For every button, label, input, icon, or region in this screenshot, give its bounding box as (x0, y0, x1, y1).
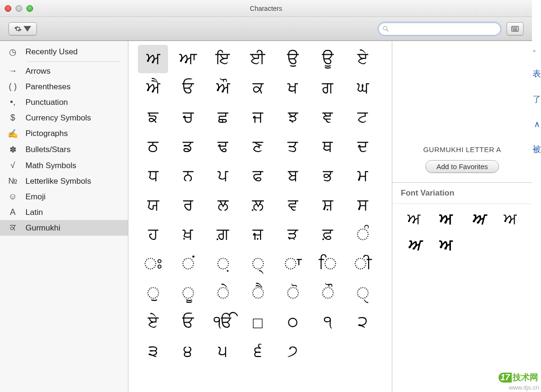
character-cell[interactable]: ਙ (138, 103, 168, 132)
character-cell[interactable]: ੭ (278, 338, 308, 366)
character-cell[interactable]: ਸ (347, 191, 378, 220)
character-cell[interactable]: ੦ (278, 308, 308, 337)
sidebar-item-bullets-stars[interactable]: ✽Bullets/Stars (0, 142, 128, 158)
character-cell[interactable]: ਭ (313, 162, 343, 190)
search-field[interactable] (378, 22, 501, 35)
character-cell[interactable]: ਓ (173, 308, 203, 337)
sidebar-item-gurmukhi[interactable]: ਕGurmukhi (0, 220, 128, 236)
character-cell[interactable]: ਗ਼ (208, 221, 238, 249)
search-input[interactable] (392, 25, 497, 32)
character-cell[interactable]: ਜ਼ (243, 221, 273, 249)
character-cell[interactable]: ਝ (278, 103, 308, 132)
character-cell[interactable]: ੫ (208, 338, 238, 366)
character-cell[interactable]: ਗ (313, 74, 343, 102)
character-cell[interactable]: ਉ (278, 45, 308, 73)
sidebar-item-latin[interactable]: ALatin (0, 205, 128, 220)
character-cell[interactable]: ਰ (173, 191, 203, 220)
character-cell[interactable]: ਚ (173, 103, 203, 132)
character-cell[interactable]: ਕ (243, 74, 273, 102)
character-cell[interactable]: ਹ (138, 221, 168, 249)
character-cell[interactable]: ਵ (278, 191, 308, 220)
character-cell[interactable]: ੇ (208, 279, 238, 307)
character-cell[interactable]: ੀ (347, 250, 378, 278)
character-cell[interactable]: ਿ (313, 250, 343, 278)
character-cell[interactable]: ਇ (208, 45, 238, 73)
action-menu-button[interactable] (8, 22, 37, 35)
svg-rect-10 (516, 28, 517, 29)
character-cell[interactable]: ਠ (138, 133, 168, 161)
character-cell[interactable]: ੈ (243, 279, 273, 307)
character-cell[interactable]: ਔ (208, 74, 238, 102)
character-cell[interactable]: ੑ (347, 279, 378, 307)
character-cell[interactable]: ੋ (278, 279, 308, 307)
character-cell[interactable]: ੌ (313, 279, 343, 307)
character-cell[interactable]: ਸ਼ (313, 191, 343, 220)
character-cell[interactable]: ਘ (347, 74, 378, 102)
sidebar-item-arrows[interactable]: →Arrows (0, 63, 128, 79)
sidebar-item-letterlike-symbols[interactable]: №Letterlike Symbols (0, 173, 128, 189)
sidebar-item-math-symbols[interactable]: √Math Symbols (0, 158, 128, 173)
character-cell[interactable]: ਫ਼ (313, 221, 343, 249)
character-cell[interactable]: ਤ (278, 133, 308, 161)
character-cell[interactable]: ਧ (138, 162, 168, 190)
character-cell[interactable]: ੰ (347, 221, 378, 249)
character-cell[interactable]: ਆ (173, 45, 203, 73)
character-cell[interactable]: ੧ (313, 308, 343, 337)
font-variation-cell[interactable]: ਅ (401, 237, 427, 254)
character-cell[interactable]: ੂ (173, 279, 203, 307)
sidebar-item-parentheses[interactable]: ( )Parentheses (0, 79, 128, 94)
character-cell[interactable]: ਖ (278, 74, 308, 102)
character-cell[interactable]: ਜ (243, 103, 273, 132)
character-cell[interactable]: ਞ (313, 103, 343, 132)
character-cell[interactable]: ਏ (138, 308, 168, 337)
character-cell[interactable]: ਏ (347, 45, 378, 73)
character-cell[interactable]: ਓ (173, 74, 203, 102)
font-variation-cell[interactable]: ਅ (465, 211, 491, 228)
font-variation-cell[interactable]: ਅ (497, 211, 524, 228)
character-cell[interactable]: ੩ (138, 338, 168, 366)
character-cell[interactable]: ਅ (138, 45, 168, 73)
character-cell[interactable]: ਈ (243, 45, 273, 73)
character-cell[interactable]: ਼ (208, 250, 238, 278)
character-cell[interactable]: ਢ (208, 133, 238, 161)
sidebar-item-punctuation[interactable]: •,Punctuation (0, 94, 128, 110)
character-cell[interactable]: ਮ (347, 162, 378, 190)
character-cell[interactable]: ੁ (138, 279, 168, 307)
character-viewer-toggle-button[interactable] (507, 22, 524, 35)
font-variation-cell[interactable]: ਅ (433, 211, 459, 228)
character-cell[interactable]: ਐ (138, 74, 168, 102)
character-cell[interactable]: ਯ (138, 191, 168, 220)
character-cell[interactable]: ਃ (138, 250, 168, 278)
character-cell[interactable]: ੪ (173, 338, 203, 366)
character-cell[interactable]: ਪ (208, 162, 238, 190)
character-cell[interactable]: ਬ (278, 162, 308, 190)
sidebar-item-label: Math Symbols (25, 161, 76, 170)
character-cell[interactable]: ਖ਼ (173, 221, 203, 249)
character-cell[interactable]: ਂ (173, 250, 203, 278)
character-cell[interactable]: ਣ (243, 133, 273, 161)
character-cell[interactable]: ਲ਼ (243, 191, 273, 220)
sidebar-item-pictographs[interactable]: ✍Pictographs (0, 126, 128, 142)
font-variation-cell[interactable]: ਅ (433, 237, 459, 254)
character-cell[interactable]: ਦ (347, 133, 378, 161)
character-cell[interactable]: ਫ (243, 162, 273, 190)
character-cell[interactable]: □ (243, 308, 273, 337)
sidebar-item-emoji[interactable]: ☺Emoji (0, 189, 128, 205)
font-variation-cell[interactable]: ਅ (401, 211, 427, 228)
character-cell[interactable]: ਲ (208, 191, 238, 220)
character-cell[interactable]: ਾ (278, 250, 308, 278)
character-cell[interactable]: ੴ (208, 308, 238, 337)
character-cell[interactable]: ੬ (243, 338, 273, 366)
sidebar-item-recently-used[interactable]: ◷Recently Used (0, 44, 128, 60)
sidebar-item-currency-symbols[interactable]: $Currency Symbols (0, 110, 128, 126)
character-cell[interactable]: ੨ (347, 308, 378, 337)
character-cell[interactable]: ਟ (347, 103, 378, 132)
character-cell[interactable]: ੍ (243, 250, 273, 278)
character-cell[interactable]: ਊ (313, 45, 343, 73)
character-cell[interactable]: ੜ (278, 221, 308, 249)
character-cell[interactable]: ਥ (313, 133, 343, 161)
character-cell[interactable]: ਡ (173, 133, 203, 161)
add-to-favorites-button[interactable]: Add to Favorites (425, 160, 499, 173)
character-cell[interactable]: ਛ (208, 103, 238, 132)
character-cell[interactable]: ਨ (173, 162, 203, 190)
